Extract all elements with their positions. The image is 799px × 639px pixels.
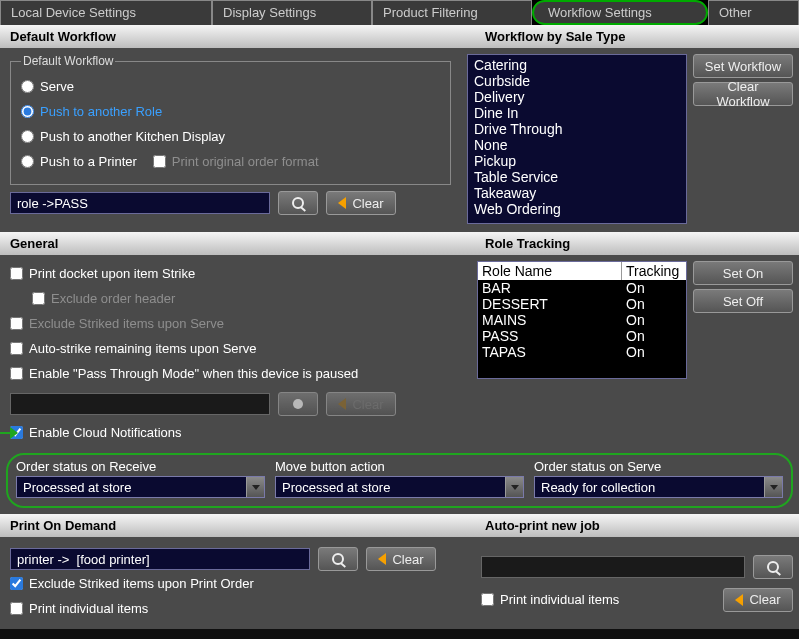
label-status-serve: Order status on Serve <box>534 459 783 474</box>
label-push-printer: Push to a Printer <box>40 154 137 169</box>
fieldset-default-workflow: Default Workflow Serve Push to another R… <box>10 54 451 185</box>
clear-general-button[interactable]: Clear <box>326 392 396 416</box>
tab-local-device-settings[interactable]: Local Device Settings <box>0 0 212 25</box>
list-item[interactable]: Delivery <box>472 89 682 105</box>
combo-status-receive[interactable]: Processed at store <box>16 476 265 498</box>
list-item[interactable]: None <box>472 137 682 153</box>
play-left-icon <box>378 553 386 565</box>
set-workflow-button[interactable]: Set Workflow <box>693 54 793 78</box>
col-role-name: Role Name <box>478 262 622 280</box>
play-left-icon <box>338 398 346 410</box>
header-auto-print-new-job: Auto-print new job <box>475 514 799 537</box>
table-row[interactable]: DESSERTOn <box>478 296 686 312</box>
list-item[interactable]: Curbside <box>472 73 682 89</box>
clear-workflow-button[interactable]: Clear Workflow <box>693 82 793 106</box>
radio-push-kds[interactable] <box>21 130 34 143</box>
clear-auto-print-button[interactable]: Clear <box>723 588 793 612</box>
label-print-individual-pod: Print individual items <box>29 601 148 616</box>
list-item[interactable]: Dine In <box>472 105 682 121</box>
list-item[interactable]: Takeaway <box>472 185 682 201</box>
combo-move-action[interactable]: Processed at store <box>275 476 524 498</box>
header-print-on-demand: Print On Demand <box>0 514 475 537</box>
checkbox-exclude-striked-print[interactable] <box>10 577 23 590</box>
input-default-workflow-role[interactable] <box>10 192 270 214</box>
checkbox-print-original[interactable] <box>153 155 166 168</box>
header-default-workflow: Default Workflow <box>0 25 475 48</box>
lookup-role-button[interactable] <box>278 191 318 215</box>
list-item[interactable]: Drive Through <box>472 121 682 137</box>
header-workflow-by-sale-type: Workflow by Sale Type <box>475 25 799 48</box>
header-general: General <box>0 232 475 255</box>
checkbox-exclude-header[interactable] <box>32 292 45 305</box>
list-item[interactable]: Web Ordering <box>472 201 682 217</box>
label-print-docket: Print docket upon item Strike <box>29 266 195 281</box>
listbox-sale-types[interactable]: Catering Curbside Delivery Dine In Drive… <box>467 54 687 224</box>
label-enable-cloud: Enable Cloud Notifications <box>29 425 181 440</box>
tab-product-filtering[interactable]: Product Filtering <box>372 0 532 25</box>
label-pass-through: Enable "Pass Through Mode" when this dev… <box>29 366 358 381</box>
order-status-config-row: Order status on Receive Processed at sto… <box>6 453 793 508</box>
set-on-button[interactable]: Set On <box>693 261 793 285</box>
legend-default-workflow: Default Workflow <box>21 54 115 68</box>
label-serve: Serve <box>40 79 74 94</box>
search-icon <box>332 553 344 565</box>
label-exclude-striked-serve: Exclude Striked items upon Serve <box>29 316 224 331</box>
table-row[interactable]: PASSOn <box>478 328 686 344</box>
clear-printer-button[interactable]: Clear <box>366 547 436 571</box>
checkbox-print-docket[interactable] <box>10 267 23 280</box>
table-row[interactable]: TAPASOn <box>478 344 686 360</box>
label-print-individual-auto: Print individual items <box>500 592 619 607</box>
tab-other[interactable]: Other <box>708 0 799 25</box>
list-item[interactable]: Catering <box>472 57 682 73</box>
clear-default-workflow-button[interactable]: Clear <box>326 191 396 215</box>
lookup-printer-button[interactable] <box>318 547 358 571</box>
label-status-receive: Order status on Receive <box>16 459 265 474</box>
checkbox-print-individual-pod[interactable] <box>10 602 23 615</box>
list-item[interactable]: Table Service <box>472 169 682 185</box>
label-exclude-striked-print: Exclude Striked items upon Print Order <box>29 576 254 591</box>
checkbox-print-individual-auto[interactable] <box>481 593 494 606</box>
table-row[interactable]: MAINSOn <box>478 312 686 328</box>
record-button[interactable] <box>278 392 318 416</box>
label-print-original: Print original order format <box>172 154 319 169</box>
label-push-kds: Push to another Kitchen Display <box>40 129 225 144</box>
play-left-icon <box>338 197 346 209</box>
search-icon <box>292 197 304 209</box>
col-tracking: Tracking <box>622 262 686 280</box>
radio-serve[interactable] <box>21 80 34 93</box>
play-left-icon <box>735 594 743 606</box>
set-off-button[interactable]: Set Off <box>693 289 793 313</box>
header-role-tracking: Role Tracking <box>475 232 799 255</box>
label-move-action: Move button action <box>275 459 524 474</box>
radio-push-printer[interactable] <box>21 155 34 168</box>
input-general-target[interactable] <box>10 393 270 415</box>
label-exclude-header: Exclude order header <box>51 291 175 306</box>
label-auto-strike: Auto-strike remaining items upon Serve <box>29 341 257 356</box>
table-role-tracking[interactable]: Role Name Tracking BAROn DESSERTOn MAINS… <box>477 261 687 379</box>
checkbox-exclude-striked-serve[interactable] <box>10 317 23 330</box>
chevron-down-icon <box>252 485 260 490</box>
search-icon <box>767 561 779 573</box>
label-push-role: Push to another Role <box>40 104 162 119</box>
checkbox-pass-through[interactable] <box>10 367 23 380</box>
checkbox-auto-strike[interactable] <box>10 342 23 355</box>
radio-push-role[interactable] <box>21 105 34 118</box>
circle-icon <box>293 399 303 409</box>
lookup-auto-print-button[interactable] <box>753 555 793 579</box>
callout-arrow-icon <box>0 427 18 439</box>
input-auto-print-target[interactable] <box>481 556 745 578</box>
tab-display-settings[interactable]: Display Settings <box>212 0 372 25</box>
chevron-down-icon <box>511 485 519 490</box>
input-printer[interactable] <box>10 548 310 570</box>
chevron-down-icon <box>770 485 778 490</box>
list-item[interactable]: Pickup <box>472 153 682 169</box>
tab-workflow-settings[interactable]: Workflow Settings <box>532 0 708 25</box>
combo-status-serve[interactable]: Ready for collection <box>534 476 783 498</box>
table-row[interactable]: BAROn <box>478 280 686 296</box>
